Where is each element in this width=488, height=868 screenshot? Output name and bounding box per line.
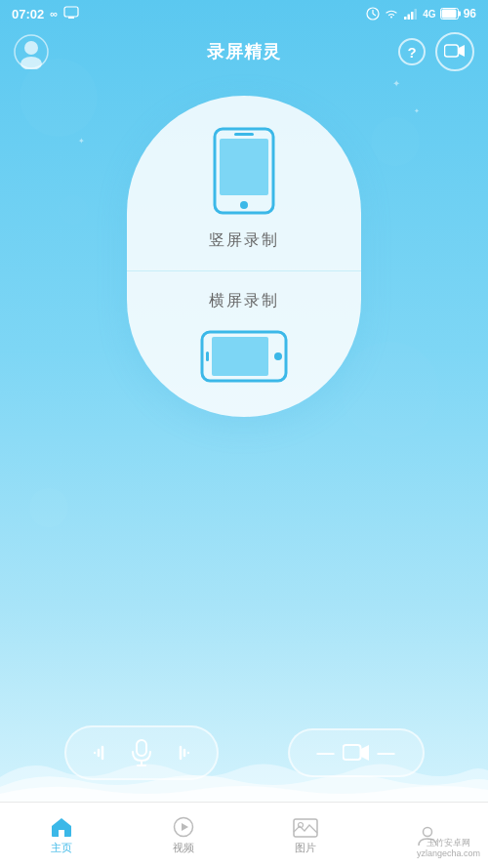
nav-home-label: 主页 [51, 841, 72, 855]
microphone-button[interactable] [64, 725, 219, 780]
svg-marker-35 [361, 745, 369, 761]
svg-point-19 [240, 201, 248, 209]
nav-profile[interactable]: 玉竹安卓网 yzlangecha.com [366, 803, 488, 868]
bottom-navigation: 主页 视频 图片 玉竹安卓网 yzlangecha.com [0, 802, 488, 868]
photo-icon [293, 816, 318, 838]
nav-home[interactable]: 主页 [0, 803, 122, 868]
waveform-left-icon [94, 740, 123, 765]
svg-rect-28 [137, 740, 146, 756]
svg-point-40 [423, 827, 431, 836]
svg-line-4 [373, 14, 376, 16]
status-right-icons: 4G 96 [366, 7, 476, 21]
dash-right: — [378, 743, 395, 764]
svg-rect-7 [411, 12, 414, 20]
main-content: 竖屏录制 横屏录制 [0, 76, 488, 417]
svg-rect-24 [206, 351, 209, 361]
svg-rect-0 [64, 7, 78, 17]
watermark-line1: 玉竹安卓网 [417, 838, 480, 849]
battery-percent: 96 [464, 7, 476, 21]
status-time: 07:02 ∞ [12, 6, 79, 22]
svg-rect-15 [445, 45, 459, 57]
help-button[interactable]: ? [398, 38, 426, 65]
svg-rect-1 [68, 17, 74, 19]
status-bar: 07:02 ∞ 4G [0, 0, 488, 27]
svg-rect-11 [458, 12, 461, 17]
waveform-right-icon [160, 740, 189, 765]
svg-point-13 [24, 41, 38, 55]
dash-left: — [317, 743, 335, 764]
svg-marker-37 [182, 823, 188, 831]
portrait-label: 竖屏录制 [209, 230, 279, 251]
video-record-icon [444, 43, 466, 61]
svg-rect-22 [212, 337, 268, 376]
phone-landscape-icon [200, 327, 288, 386]
svg-point-14 [20, 57, 42, 69]
profile-button[interactable] [14, 34, 49, 69]
microphone-icon [131, 739, 152, 766]
svg-marker-16 [459, 45, 465, 57]
home-icon [50, 816, 73, 838]
portrait-mode-button[interactable]: 竖屏录制 [127, 96, 361, 271]
svg-point-23 [274, 352, 282, 360]
watermark-line2: yzlangecha.com [417, 848, 480, 860]
nav-photos-label: 图片 [295, 841, 316, 855]
clock-icon [366, 7, 380, 21]
svg-rect-18 [220, 139, 268, 195]
time-display: 07:02 [12, 7, 44, 21]
phone-portrait-icon [210, 127, 278, 215]
watermark: 玉竹安卓网 yzlangecha.com [417, 838, 480, 860]
battery-indicator: 96 [440, 7, 476, 21]
svg-rect-6 [408, 15, 411, 21]
svg-rect-20 [234, 133, 254, 136]
svg-rect-10 [441, 10, 456, 19]
landscape-label: 横屏录制 [209, 291, 279, 311]
recording-mode-card: 竖屏录制 横屏录制 [127, 96, 361, 417]
nav-photos[interactable]: 图片 [244, 803, 366, 868]
svg-rect-5 [404, 17, 407, 20]
avatar-icon [14, 34, 49, 69]
nav-video-label: 视频 [173, 841, 194, 855]
record-button[interactable] [435, 32, 474, 71]
app-title: 录屏精灵 [207, 40, 281, 63]
network-type: 4G [423, 9, 435, 20]
landscape-mode-button[interactable]: 横屏录制 [127, 271, 361, 417]
rec-button[interactable]: — — [288, 728, 425, 777]
svg-rect-8 [415, 9, 418, 20]
play-icon [172, 816, 195, 838]
status-icons: ∞ [50, 8, 58, 20]
nav-video[interactable]: 视频 [122, 803, 244, 868]
toolbar: 录屏精灵 ? [0, 27, 488, 76]
rec-video-icon [343, 742, 370, 764]
wifi-icon [384, 7, 399, 21]
signal-icon [403, 7, 419, 21]
svg-rect-34 [343, 745, 360, 760]
action-buttons: — — [0, 725, 488, 780]
battery-icon [440, 8, 462, 20]
status-icon-2 [63, 6, 79, 22]
